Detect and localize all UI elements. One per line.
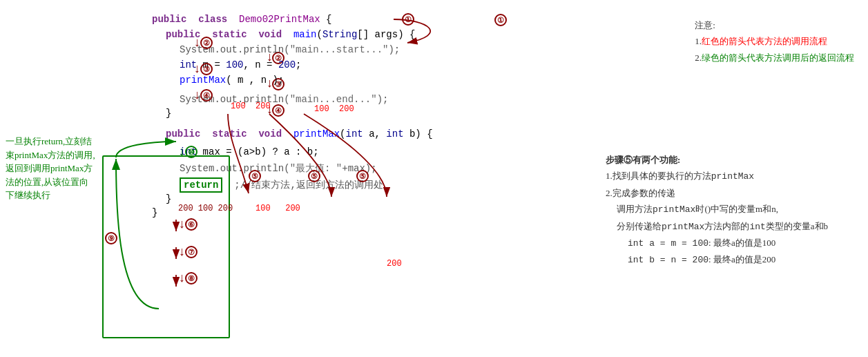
step-4-label: ④	[200, 88, 213, 101]
code-line-close-main: }	[166, 106, 507, 120]
code-line-1: public class Demo02PrintMax { ①	[152, 12, 507, 26]
code-line-return: return ;//结束方法,返回到方法的调用处	[180, 178, 507, 192]
code-line-4: int m = 100, n = 200;	[180, 58, 507, 72]
code-line-6: System.out.println("main...end...");	[180, 93, 507, 106]
step5-item-4: 分别传递给printMax方法内部的int类型的变量a和b	[617, 218, 854, 235]
step-3-label: ③	[200, 62, 213, 75]
code-line-5: printMax( m , n );	[180, 73, 507, 87]
notes-title: 注意:	[695, 17, 854, 33]
step5-annotation: 步骤⑤有两个功能: 1.找到具体的要执行的方法printMax 2.完成参数的传…	[606, 152, 854, 269]
step-1-label: ①	[402, 12, 414, 25]
step-7-label: ⑦	[185, 245, 197, 258]
left-annotation-text: 一旦执行return,立刻结束printMax方法的调用,返回到调用printM…	[6, 136, 95, 200]
step-2-label: ②	[200, 36, 213, 48]
return-highlighted: return	[180, 177, 222, 193]
step-5c-label: ⑤	[356, 169, 369, 182]
code-line-println-max: System.out.println("最大值: "+max);	[180, 162, 507, 175]
step-6-label: ⑥	[185, 218, 197, 230]
main-container: 一旦执行return,立刻结束printMax方法的调用,返回到调用printM…	[0, 0, 868, 357]
step-10-label: ⑩	[185, 145, 197, 157]
val-200-max: 200	[387, 259, 402, 269]
notes-item-2: 2.绿色的箭头代表方法调用后的返回流程	[695, 50, 854, 66]
step-5a-label: ⑤	[249, 169, 261, 182]
step-1: ①	[494, 14, 507, 26]
val-hint-100-200: 100 200	[231, 102, 271, 111]
val-100-200-2: 100 200	[255, 204, 300, 213]
step5-item-3: 调用方法printMax时()中写的变量m和n,	[617, 201, 854, 218]
step5-item-6: int b = n = 200: 最终a的值是200	[628, 251, 854, 268]
step5-item-5: int a = m = 100: 最终a的值是100	[628, 235, 854, 251]
step5-item-1: 1.找到具体的要执行的方法printMax	[606, 168, 854, 184]
right-notes: 注意: 1.红色的箭头代表方法的调用流程 2.绿色的箭头代表方法调用后的返回流程	[695, 17, 854, 66]
code-line-2: public static void main(String[] args) {	[166, 28, 507, 41]
step-5b-label: ⑤	[308, 169, 320, 182]
val-200-100-200: 200 100 200	[178, 204, 233, 213]
step-9-label: ⑨	[105, 231, 117, 244]
step5-item-2: 2.完成参数的传递	[606, 185, 854, 201]
code-line-3: System.out.println("main...start...");	[180, 43, 507, 57]
left-annotation: 一旦执行return,立刻结束printMax方法的调用,返回到调用printM…	[6, 135, 95, 202]
step-8-label: ⑧	[185, 271, 197, 284]
notes-item-1: 1.红色的箭头代表方法的调用流程	[695, 33, 854, 49]
code-line-intmax: int max = (a>b) ? a : b;	[180, 145, 507, 159]
code-line-printmax-sig: public static void printMax(int a, int b…	[166, 127, 507, 141]
step5-title: 步骤⑤有两个功能:	[606, 152, 854, 168]
